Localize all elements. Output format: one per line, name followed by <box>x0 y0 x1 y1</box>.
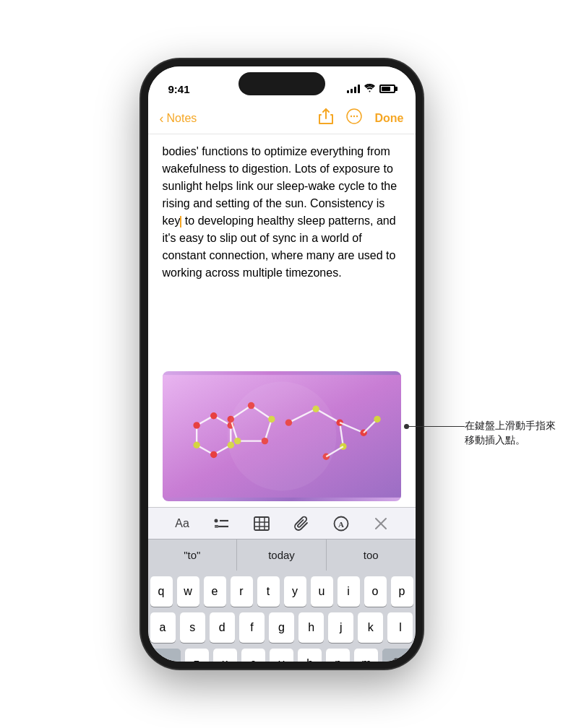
autocorrect-item-2[interactable]: today <box>237 540 327 571</box>
key-w[interactable]: w <box>177 576 199 607</box>
autocorrect-label-3: too <box>364 549 379 561</box>
keyboard: q w e r t y u i o p a s d f g h j k l <box>148 571 416 669</box>
key-j[interactable]: j <box>328 612 353 643</box>
svg-point-12 <box>193 442 199 448</box>
key-c[interactable]: c <box>241 649 265 669</box>
grid-icon <box>254 516 270 531</box>
status-bar: 9:41 <box>148 66 416 103</box>
autocorrect-label-1: "to" <box>184 549 200 561</box>
note-content-area[interactable]: bodies' functions to optimize everything… <box>148 134 416 365</box>
key-t[interactable]: t <box>257 576 280 607</box>
key-q[interactable]: q <box>150 576 173 607</box>
keyboard-row-1: q w e r t y u i o p <box>150 576 413 607</box>
signal-icon <box>347 84 360 93</box>
nav-actions: Done <box>319 108 404 128</box>
svg-point-10 <box>210 451 217 458</box>
svg-point-0 <box>369 90 370 92</box>
key-g[interactable]: g <box>269 612 294 643</box>
key-m[interactable]: m <box>354 649 378 669</box>
more-button[interactable] <box>346 108 362 128</box>
annotation-line <box>407 426 465 427</box>
key-z[interactable]: z <box>185 649 209 669</box>
format-attachment-button[interactable] <box>288 511 314 537</box>
shift-icon <box>159 657 172 669</box>
key-b[interactable]: b <box>298 649 322 669</box>
key-s[interactable]: s <box>180 612 205 643</box>
back-label: Notes <box>167 112 197 125</box>
svg-rect-37 <box>215 526 218 528</box>
annotation-callout: 在鍵盤上滑動手指來 移動插入點。 <box>407 419 556 447</box>
battery-icon <box>379 84 395 93</box>
key-i[interactable]: i <box>338 576 360 607</box>
key-v[interactable]: v <box>270 649 293 669</box>
autocorrect-item-3[interactable]: too <box>327 540 416 571</box>
svg-point-3 <box>353 116 354 117</box>
svg-point-32 <box>227 382 336 491</box>
svg-text:A: A <box>338 519 344 528</box>
svg-line-48 <box>397 662 403 666</box>
svg-rect-38 <box>254 517 269 530</box>
nav-bar: ‹ Notes Done <box>148 103 416 134</box>
back-button[interactable]: ‹ Notes <box>160 112 197 125</box>
key-f[interactable]: f <box>239 612 265 643</box>
format-markup-button[interactable]: A <box>328 511 354 537</box>
key-n[interactable]: n <box>326 649 350 669</box>
wifi-icon <box>364 84 375 95</box>
phone-frame: 9:41 ‹ Notes <box>141 59 423 669</box>
keyboard-row-3: z x c v b n m <box>150 649 413 669</box>
key-r[interactable]: r <box>231 576 253 607</box>
note-text[interactable]: bodies' functions to optimize everything… <box>163 143 401 282</box>
format-aa-label: Aa <box>175 517 189 530</box>
delete-icon <box>390 658 405 669</box>
status-icons <box>347 84 395 95</box>
svg-point-2 <box>350 116 351 117</box>
status-time: 9:41 <box>168 83 190 95</box>
keyboard-row-2: a s d f g h j k l <box>150 612 413 643</box>
svg-rect-36 <box>215 525 218 526</box>
key-u[interactable]: u <box>311 576 333 607</box>
markup-icon: A <box>333 516 349 532</box>
svg-point-7 <box>210 412 217 419</box>
text-cursor <box>180 216 181 228</box>
back-chevron-icon: ‹ <box>160 112 164 125</box>
autocorrect-bar: "to" today too <box>148 539 416 571</box>
key-delete[interactable] <box>382 649 413 669</box>
share-button[interactable] <box>319 108 333 128</box>
format-list-button[interactable] <box>209 511 235 537</box>
close-icon <box>374 517 387 530</box>
svg-point-31 <box>374 416 380 422</box>
annotation-text: 在鍵盤上滑動手指來 移動插入點。 <box>465 419 556 447</box>
format-table-button[interactable] <box>249 511 275 537</box>
done-button[interactable]: Done <box>375 112 404 125</box>
format-text-button[interactable]: Aa <box>169 511 195 537</box>
molecule-illustration <box>163 371 401 501</box>
notch <box>238 72 325 95</box>
share-icon <box>319 108 333 124</box>
note-image <box>163 371 401 501</box>
svg-point-11 <box>193 422 199 428</box>
autocorrect-label-2: today <box>268 549 295 561</box>
key-shift[interactable] <box>150 649 181 669</box>
svg-line-47 <box>397 662 403 666</box>
svg-point-4 <box>356 116 357 117</box>
key-y[interactable]: y <box>284 576 306 607</box>
key-k[interactable]: k <box>358 612 383 643</box>
more-icon <box>346 108 362 124</box>
key-p[interactable]: p <box>391 576 413 607</box>
attachment-icon <box>293 516 309 532</box>
list-icon <box>214 517 230 530</box>
autocorrect-item-1[interactable]: "to" <box>148 540 238 571</box>
key-o[interactable]: o <box>364 576 387 607</box>
format-close-button[interactable] <box>368 511 394 537</box>
key-a[interactable]: a <box>150 612 176 643</box>
key-h[interactable]: h <box>298 612 324 643</box>
format-toolbar: Aa <box>148 507 416 539</box>
key-e[interactable]: e <box>204 576 226 607</box>
key-d[interactable]: d <box>210 612 235 643</box>
svg-point-33 <box>215 519 218 522</box>
key-x[interactable]: x <box>213 649 237 669</box>
key-l[interactable]: l <box>387 612 413 643</box>
